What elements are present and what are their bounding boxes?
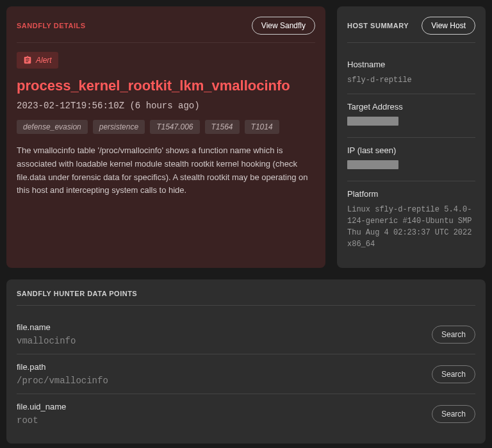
- search-button[interactable]: Search: [432, 365, 475, 383]
- alert-badge: Alert: [17, 52, 58, 69]
- data-point-row: file.uid_namerootSearch: [17, 394, 475, 433]
- host-field-value: Linux sfly-d-reptile 5.4.0-124-generic #…: [347, 204, 475, 250]
- host-field-label: Hostname: [347, 60, 475, 69]
- data-point-left: file.namevmallocinfo: [17, 322, 424, 346]
- host-field-label: Platform: [347, 189, 475, 199]
- sandfly-details-panel: SANDFLY DETAILS View Sandfly Alert proce…: [6, 6, 325, 268]
- view-sandfly-button[interactable]: View Sandfly: [252, 17, 315, 35]
- host-summary-header: HOST SUMMARY View Host: [347, 17, 475, 43]
- tag[interactable]: T1564: [205, 120, 240, 134]
- host-summary-title: HOST SUMMARY: [347, 22, 409, 29]
- timestamp: 2023-02-12T19:56:10Z (6 hours ago): [17, 101, 315, 111]
- hunter-header: SANDFLY HUNTER DATA POINTS: [17, 290, 475, 306]
- host-field: IP (last seen): [347, 138, 475, 181]
- process-name: process_kernel_rootkit_lkm_vmallocinfo: [17, 78, 315, 94]
- data-point-left: file.uid_nameroot: [17, 402, 424, 426]
- redacted-value: [347, 117, 398, 126]
- view-host-button[interactable]: View Host: [422, 17, 475, 35]
- clipboard-icon: [23, 56, 32, 65]
- data-point-key: file.uid_name: [17, 402, 424, 411]
- hunter-title: SANDFLY HUNTER DATA POINTS: [17, 290, 137, 297]
- redacted-value: [347, 160, 398, 169]
- host-summary-panel: HOST SUMMARY View Host Hostnamesfly-d-re…: [337, 6, 486, 268]
- host-field: Target Address: [347, 94, 475, 138]
- tag[interactable]: T1014: [245, 120, 279, 134]
- data-point-value: vmallocinfo: [17, 336, 424, 346]
- host-field-label: IP (last seen): [347, 145, 475, 155]
- data-point-key: file.name: [17, 322, 424, 332]
- data-point-value: root: [17, 415, 424, 426]
- host-field-value: [347, 160, 475, 173]
- data-point-row: file.path/proc/vmallocinfoSearch: [17, 354, 475, 394]
- tag[interactable]: persistence: [93, 120, 145, 134]
- host-field-value: sfly-d-reptile: [347, 74, 475, 86]
- tag[interactable]: T1547.006: [150, 120, 199, 134]
- tag[interactable]: defense_evasion: [17, 120, 88, 134]
- host-field-value: [347, 117, 475, 129]
- search-button[interactable]: Search: [432, 405, 475, 423]
- host-field: PlatformLinux sfly-d-reptile 5.4.0-124-g…: [347, 181, 475, 258]
- alert-label: Alert: [36, 56, 52, 65]
- sandfly-details-header: SANDFLY DETAILS View Sandfly: [17, 17, 315, 43]
- sandfly-details-title: SANDFLY DETAILS: [17, 22, 86, 29]
- data-point-left: file.path/proc/vmallocinfo: [17, 362, 424, 386]
- host-field: Hostnamesfly-d-reptile: [347, 52, 475, 94]
- description: The vmallocinfo table '/proc/vmallocinfo…: [17, 144, 315, 197]
- hunter-panel: SANDFLY HUNTER DATA POINTS file.namevmal…: [6, 279, 486, 444]
- data-point-row: file.namevmallocinfoSearch: [17, 315, 475, 354]
- data-point-key: file.path: [17, 362, 424, 372]
- data-point-value: /proc/vmallocinfo: [17, 376, 424, 386]
- tags-row: defense_evasionpersistenceT1547.006T1564…: [17, 120, 315, 134]
- host-field-label: Target Address: [347, 102, 475, 112]
- search-button[interactable]: Search: [432, 326, 475, 344]
